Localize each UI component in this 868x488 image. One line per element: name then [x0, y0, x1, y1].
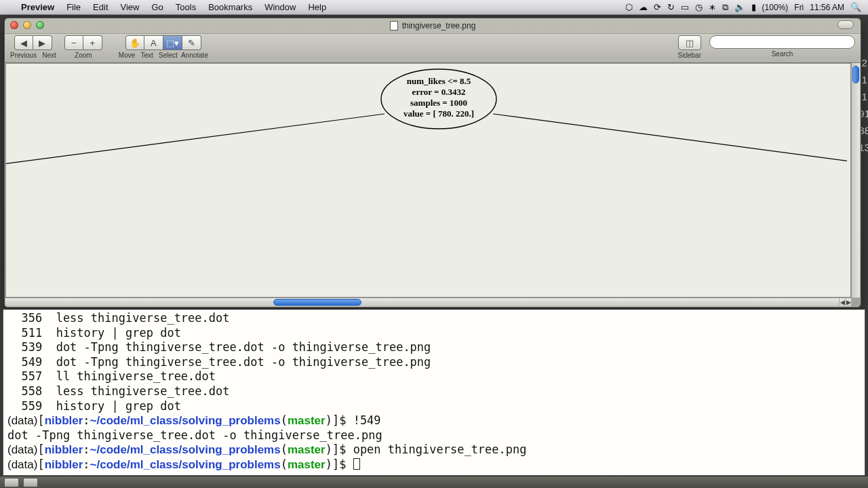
horizontal-scroll-thumb[interactable] [273, 299, 361, 306]
annotate-label: Annotate [181, 52, 208, 59]
document-icon [390, 21, 398, 30]
window-title: thingiverse_tree.png [402, 21, 476, 30]
spotlight-icon[interactable]: 🔍 [850, 2, 861, 12]
search-input[interactable] [709, 35, 855, 49]
menu-bookmarks[interactable]: Bookmarks [202, 2, 258, 12]
resize-corner[interactable] [851, 298, 860, 306]
sync-icon[interactable]: ⟳ [654, 2, 661, 12]
clock-day[interactable]: Fri [794, 3, 804, 12]
scroll-left-arrow[interactable]: ◀ [839, 298, 845, 306]
horizontal-scrollbar[interactable] [5, 298, 839, 306]
display-icon[interactable]: ▭ [681, 2, 689, 12]
zoom-in-button[interactable]: + [83, 35, 102, 50]
menubar-extras: ⬡ ☁ ⟳ ↻ ▭ ◷ ∗ ⧉ 🔈 ▮ (100%) Fri 11:56 AM … [625, 2, 868, 13]
select-tool[interactable]: ⬚▾ [163, 35, 182, 50]
node-line4: value = [ 780. 220.] [403, 108, 474, 119]
vertical-scrollbar[interactable] [851, 63, 860, 298]
menu-go[interactable]: Go [145, 2, 169, 12]
move-tool[interactable]: ✋ [125, 35, 144, 50]
menu-edit[interactable]: Edit [87, 2, 114, 12]
cloud-icon[interactable]: ☁ [639, 2, 648, 12]
dock-item[interactable] [23, 478, 38, 487]
zoom-out-button[interactable]: − [64, 35, 83, 50]
next-label: Next [42, 52, 56, 59]
zoom-label: Zoom [75, 52, 92, 59]
terminal-window[interactable]: 356 less thingiverse_tree.dot 511 histor… [3, 309, 865, 476]
sidebar-label: Sidebar [678, 52, 701, 59]
menu-help[interactable]: Help [302, 2, 332, 12]
battery-percent: (100%) [762, 3, 789, 12]
window-list-bar [0, 476, 868, 488]
timemachine-icon[interactable]: ◷ [695, 2, 703, 12]
app-menus: Preview File Edit View Go Tools Bookmark… [15, 2, 332, 12]
battery-icon[interactable]: ▮ [751, 2, 756, 12]
volume-icon[interactable]: 🔈 [734, 2, 745, 12]
preview-window: thingiverse_tree.png ◀ ▶ Previous Next −… [4, 18, 861, 308]
decision-tree-svg: num_likes <= 8.5 error = 0.3432 samples … [6, 64, 847, 298]
toolbar: ◀ ▶ Previous Next − + Zoom ✋ A ⬚▾ ✎ Move… [5, 33, 861, 63]
clock-time[interactable]: 11:56 AM [810, 3, 844, 12]
node-line3: samples = 1000 [410, 98, 467, 108]
menu-tools[interactable]: Tools [170, 2, 202, 12]
minimize-button[interactable] [23, 21, 31, 29]
node-line1: num_likes <= 8.5 [407, 76, 471, 86]
dropbox-icon[interactable]: ⬡ [625, 2, 633, 12]
close-button[interactable] [10, 21, 18, 29]
previous-button[interactable]: ◀ [14, 35, 33, 50]
menubar: Preview File Edit View Go Tools Bookmark… [0, 0, 868, 15]
menu-window[interactable]: Window [258, 2, 302, 12]
vertical-scroll-thumb[interactable] [852, 66, 859, 83]
svg-line-2 [493, 114, 847, 163]
menu-file[interactable]: File [60, 2, 87, 12]
text-label: Text [140, 52, 153, 59]
bluetooth-icon[interactable]: ∗ [709, 2, 716, 12]
menu-view[interactable]: View [115, 2, 146, 12]
annotate-tool[interactable]: ✎ [182, 35, 201, 50]
dock-item[interactable] [4, 478, 19, 487]
next-button[interactable]: ▶ [33, 35, 52, 50]
scroll-right-arrow[interactable]: ▶ [845, 298, 851, 306]
wifi-icon[interactable]: ⧉ [722, 2, 728, 13]
refresh-icon[interactable]: ↻ [667, 2, 675, 12]
select-label: Select [159, 52, 178, 59]
titlebar[interactable]: thingiverse_tree.png [5, 18, 861, 33]
image-canvas[interactable]: num_likes <= 8.5 error = 0.3432 samples … [5, 63, 851, 298]
previous-label: Previous [10, 52, 37, 59]
text-tool[interactable]: A [144, 35, 163, 50]
toolbar-toggle-button[interactable] [837, 20, 854, 29]
svg-line-1 [6, 114, 384, 165]
sidebar-button[interactable]: ◫ [678, 35, 701, 50]
move-label: Move [119, 52, 135, 59]
search-label: Search [772, 50, 793, 58]
menu-appname[interactable]: Preview [15, 2, 60, 12]
node-line2: error = 0.3432 [412, 87, 466, 97]
zoom-button[interactable] [36, 21, 44, 29]
